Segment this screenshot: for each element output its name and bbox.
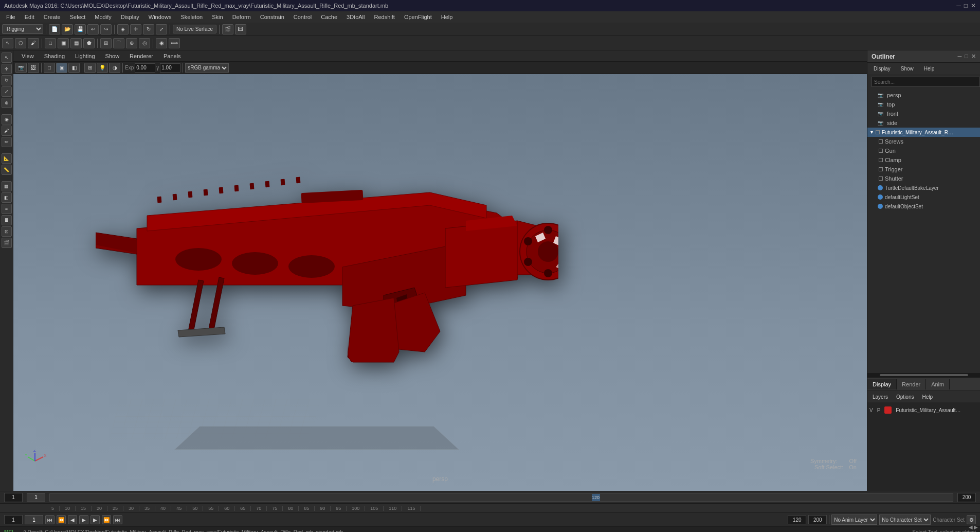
menu-item-constrain[interactable]: Constrain: [256, 13, 288, 21]
outliner-display-menu[interactable]: Display: [870, 65, 894, 72]
exposure-input[interactable]: [135, 63, 155, 73]
menu-item-windows[interactable]: Windows: [144, 13, 176, 21]
select-tool-btn[interactable]: ↖: [2, 38, 13, 48]
close-button[interactable]: ✕: [971, 2, 976, 9]
menu-item-control[interactable]: Control: [289, 13, 316, 21]
render-btn[interactable]: 🎬: [222, 24, 233, 34]
menu-item-redshift[interactable]: Redshift: [370, 13, 399, 21]
vp-cam-btn[interactable]: 📷: [15, 63, 27, 73]
menu-item-skeleton[interactable]: Skeleton: [176, 13, 207, 21]
layer-v-btn[interactable]: V: [869, 407, 873, 413]
snap-left-btn[interactable]: 📐: [2, 153, 12, 164]
tree-item-top[interactable]: 📷 top: [867, 100, 980, 109]
outliner-maximize[interactable]: □: [965, 53, 968, 60]
tree-item-turtle[interactable]: TurtleDefaultBakeLayer: [867, 183, 980, 192]
start-frame-input[interactable]: [4, 493, 23, 502]
menu-item-help[interactable]: Help: [437, 13, 457, 21]
colorspace-select[interactable]: sRGB gamma: [185, 63, 229, 73]
tree-item-trigger[interactable]: Trigger: [867, 165, 980, 174]
tree-item-clamp[interactable]: Clamp: [867, 155, 980, 165]
outliner-hscrollbar[interactable]: [867, 373, 980, 377]
channel-btn[interactable]: ≣: [2, 215, 12, 225]
vp-light-btn[interactable]: 💡: [97, 63, 108, 73]
viewport-panels-menu[interactable]: Panels: [159, 52, 185, 60]
minimize-button[interactable]: ─: [956, 2, 961, 9]
lasso-btn[interactable]: ⬡: [15, 38, 26, 48]
layer-tab-display[interactable]: Display: [867, 379, 897, 389]
next-key-btn[interactable]: ⏩: [102, 515, 111, 524]
vp-texture-btn[interactable]: ◧: [68, 63, 80, 73]
layer-tab-render[interactable]: Render: [897, 379, 926, 389]
viewport-shading-menu[interactable]: Shading: [40, 52, 69, 60]
layer-scroll-right[interactable]: ▶: [974, 524, 978, 530]
menu-item-select[interactable]: Select: [66, 13, 90, 21]
menu-item-modify[interactable]: Modify: [90, 13, 115, 21]
menu-item-deform[interactable]: Deform: [228, 13, 255, 21]
open-scene-btn[interactable]: 📂: [62, 24, 73, 34]
select-left-btn[interactable]: ↖: [2, 52, 12, 63]
tree-item-shutter[interactable]: Shutter: [867, 174, 980, 183]
playback-frame120[interactable]: [788, 515, 806, 524]
viewport-renderer-menu[interactable]: Renderer: [125, 52, 157, 60]
tree-item-objectset[interactable]: defaultObjectSet: [867, 202, 980, 211]
tree-item-gun[interactable]: Gun: [867, 146, 980, 155]
layer-p-btn[interactable]: P: [877, 407, 881, 413]
soft-mod-btn[interactable]: ◉: [2, 114, 12, 125]
tree-toggle-rifle[interactable]: ▼: [869, 130, 875, 135]
next-frame-btn[interactable]: ▶: [90, 515, 100, 524]
vp-wireframe-btn[interactable]: □: [44, 63, 55, 73]
viewport-show-menu[interactable]: Show: [101, 52, 124, 60]
outliner-search-input[interactable]: [872, 77, 980, 87]
layer-color-swatch[interactable]: [884, 406, 892, 414]
scale-left-btn[interactable]: ⤢: [2, 86, 12, 97]
layer-btn[interactable]: ⊡: [2, 226, 12, 237]
viewport-lighting-menu[interactable]: Lighting: [71, 52, 99, 60]
3d-viewport[interactable]: X Y Z persp Symmetry: Off Soft Select: O…: [13, 74, 867, 491]
attr-btn[interactable]: ≡: [2, 204, 12, 214]
menu-item-cache[interactable]: Cache: [317, 13, 341, 21]
move-btn[interactable]: ✛: [130, 24, 141, 34]
rigging-dropdown[interactable]: Rigging: [2, 24, 43, 34]
layer-tab-anim[interactable]: Anim: [926, 379, 950, 389]
outliner-close[interactable]: ✕: [971, 53, 976, 60]
menu-item-openflight[interactable]: OpenFlight: [400, 13, 436, 21]
playback-current-field[interactable]: [25, 515, 43, 524]
playback-frame200[interactable]: [808, 515, 827, 524]
outliner-minimize[interactable]: ─: [958, 53, 962, 60]
editor-btn[interactable]: ◧: [2, 192, 12, 203]
render-left-btn[interactable]: 🎬: [2, 238, 12, 248]
universal-left-btn[interactable]: ⊕: [2, 98, 12, 108]
move-left-btn[interactable]: ✛: [2, 64, 12, 74]
select-btn[interactable]: ◈: [117, 24, 129, 34]
sculpt-btn[interactable]: 🖌: [2, 126, 12, 136]
face-mode-btn[interactable]: ▣: [58, 38, 69, 48]
redo-btn[interactable]: ↪: [100, 24, 112, 34]
vp-shadow-btn[interactable]: ◑: [109, 63, 120, 73]
tree-item-lightset[interactable]: defaultLightSet: [867, 192, 980, 202]
prev-key-btn[interactable]: ⏪: [57, 515, 66, 524]
menu-item-file[interactable]: File: [2, 13, 20, 21]
frame-120-marker[interactable]: 120: [592, 494, 600, 501]
outliner-hscroll-thumb[interactable]: [880, 374, 968, 376]
play-btn[interactable]: ▶: [79, 515, 88, 524]
sym-btn[interactable]: ⟺: [169, 38, 180, 48]
snap-view-btn[interactable]: ◎: [139, 38, 150, 48]
char-set-select[interactable]: No Character Set: [879, 515, 931, 525]
snap-curve-btn[interactable]: ⌒: [113, 38, 124, 48]
paint-btn[interactable]: ✏: [2, 137, 12, 147]
gamma-input[interactable]: [160, 63, 180, 73]
maximize-button[interactable]: □: [964, 2, 968, 9]
settings-btn[interactable]: ⚙: [967, 515, 976, 524]
snap-point-btn[interactable]: ⊕: [126, 38, 137, 48]
anim-layer-select[interactable]: No Anim Layer: [831, 515, 877, 525]
rotate-left-btn[interactable]: ↻: [2, 75, 12, 85]
help-menu[interactable]: Help: [920, 394, 935, 400]
paint-sel-btn[interactable]: 🖌: [28, 38, 39, 48]
timeline-scrubber[interactable]: 120: [49, 493, 953, 502]
playback-start-field[interactable]: [4, 515, 23, 524]
tree-item-side[interactable]: 📷 side: [867, 118, 980, 128]
save-scene-btn[interactable]: 💾: [75, 24, 86, 34]
prev-frame-btn[interactable]: ◀: [68, 515, 77, 524]
tree-item-persp[interactable]: 📷 persp: [867, 91, 980, 100]
menu-item-create[interactable]: Create: [40, 13, 65, 21]
